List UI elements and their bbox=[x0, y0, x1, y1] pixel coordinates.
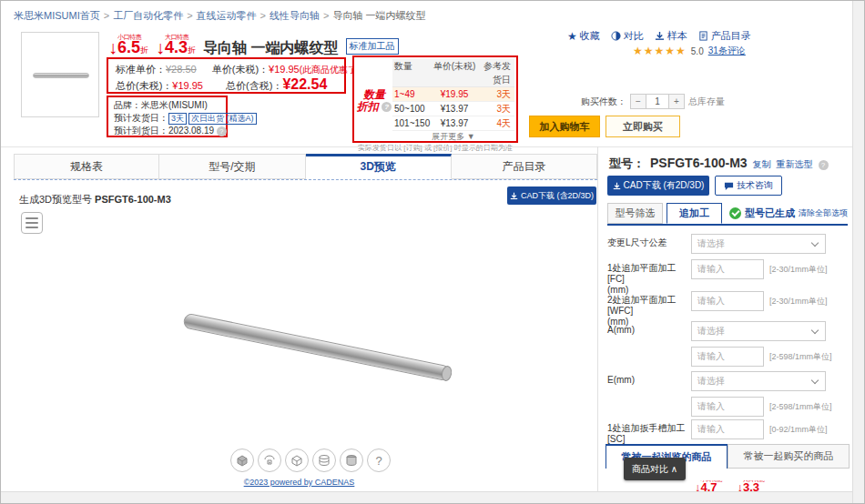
reselect-link[interactable]: 重新选型 bbox=[777, 158, 813, 171]
fc-input[interactable]: 请输入 bbox=[691, 259, 764, 279]
favorite-button[interactable]: ★收藏 bbox=[567, 29, 600, 43]
solid-view-button[interactable] bbox=[340, 449, 363, 472]
check-icon bbox=[729, 207, 741, 219]
a-hint: [2-598/1mm单位] bbox=[769, 347, 832, 367]
breadcrumb-home[interactable]: 米思米MISUMI首页 bbox=[14, 10, 100, 21]
fc-hint: [2-30/1mm单位] bbox=[769, 259, 828, 296]
discount-table-header: 数量 单价(未税) 参考发货日 bbox=[392, 59, 514, 87]
breadcrumb-category-2[interactable]: 直线运动零件 bbox=[197, 10, 257, 21]
copy-model-link[interactable]: 复制 bbox=[753, 158, 771, 171]
add-to-cart-button[interactable]: 加入购物车 bbox=[529, 116, 600, 137]
l-tolerance-select[interactable]: 请选择 bbox=[691, 234, 826, 254]
ship-days-chip[interactable]: 3天 bbox=[168, 113, 187, 125]
clear-all-link[interactable]: 清除全部选项 bbox=[799, 207, 848, 219]
field-l-tolerance: 变更L尺寸公差 请选择 bbox=[607, 234, 850, 254]
viewer-toolbar: ? bbox=[230, 449, 391, 472]
3d-shaft-model[interactable] bbox=[182, 312, 451, 381]
reviews-link[interactable]: 31条评论 bbox=[708, 45, 746, 57]
cadenas-credit-link[interactable]: ©2023 powered by CADENAS bbox=[244, 478, 355, 487]
viewer-menu-button[interactable] bbox=[21, 212, 43, 234]
qty-minus-button[interactable]: − bbox=[631, 95, 646, 108]
star-icon: ★ bbox=[567, 30, 577, 43]
field-e: E(mm) 请选择 bbox=[607, 371, 850, 391]
e-hint: [2-598/1mm单位] bbox=[769, 397, 832, 417]
arrival-date: 2023.08.19 bbox=[168, 126, 214, 136]
chevron-down-icon bbox=[811, 377, 819, 384]
qty-plus-button[interactable]: + bbox=[669, 95, 684, 108]
generated-model-label: 生成3D预览型号PSFGT6-100-M3 bbox=[19, 193, 171, 207]
brand-name: 米思米(MISUMI) bbox=[141, 100, 208, 110]
compare-icon bbox=[611, 31, 621, 41]
tab-model-filter[interactable]: 型号筛选 bbox=[607, 203, 663, 224]
viewer-help-button[interactable]: ? bbox=[367, 449, 391, 472]
e-select[interactable]: 请选择 bbox=[691, 371, 826, 391]
price-panel: 标准单价：¥28.50 单价(未税)：¥19.95(此商品优惠了：¥8.55) … bbox=[107, 57, 346, 94]
tab-product-catalog[interactable]: 产品目录 bbox=[452, 154, 597, 179]
field-e-value: 请输入 [2-598/1mm单位] bbox=[607, 397, 850, 417]
product-actions: ★收藏 对比 样本 产品目录 bbox=[567, 29, 751, 43]
content-tabbar: 规格表 型号/交期 3D预览 产品目录 bbox=[14, 154, 597, 180]
page-title: 导向轴 一端内螺纹型 bbox=[203, 40, 338, 56]
expand-more-link[interactable]: 展开更多 ▼ bbox=[392, 131, 514, 143]
e-value-input[interactable]: 请输入 bbox=[691, 397, 764, 417]
status-badge: 型号已生成 bbox=[745, 207, 795, 220]
field-fc: 1处追加平面加工[FC](mm) 请输入 [2-30/1mm单位] bbox=[607, 259, 850, 296]
quantity-discount-panel: 数量折扣 ? 数量 单价(未税) 参考发货日 1~49 ¥19.95 3天 50… bbox=[352, 55, 518, 143]
rating-row: ★★★★★ 5.0 31条评论 bbox=[633, 45, 746, 57]
shaft-end-cap bbox=[440, 365, 453, 382]
section-view-button[interactable] bbox=[312, 449, 336, 472]
standard-price: ¥28.50 bbox=[166, 64, 197, 75]
rating-score: 5.0 bbox=[691, 46, 704, 56]
tab-bought-together[interactable]: 常被一起购买的商品 bbox=[728, 444, 850, 469]
down-arrow-icon: ↓ bbox=[156, 38, 165, 56]
model-number-row: 型号： PSFGT6-100-M3 复制 重新选型 ? bbox=[609, 156, 829, 172]
help-icon[interactable]: ? bbox=[217, 126, 227, 136]
standard-product-tag: 标准加工品 bbox=[346, 38, 399, 55]
quantity-stepper: − 1 + bbox=[630, 94, 685, 109]
purchase-quantity-row: 购买件数： − 1 + 总库存量 bbox=[581, 94, 725, 109]
download-icon bbox=[613, 182, 621, 190]
sc-input[interactable]: 请输入 bbox=[691, 419, 764, 439]
brand-shipping-panel: 品牌：米思米(MISUMI) 预计发货日：3天次日出货 (精选A) 预计到货日：… bbox=[107, 96, 228, 137]
compare-products-button[interactable]: 商品对比 ∧ bbox=[624, 458, 686, 480]
product-title-row: ↓ 小口特惠 6.5折 ↓ 大口特惠 4.3折 导向轴 一端内螺纹型 标准加工品 bbox=[108, 31, 399, 56]
product-thumbnail[interactable] bbox=[21, 32, 99, 117]
breadcrumb: 米思米MISUMI首页>工厂自动化零件>直线运动零件>线性导向轴>导向轴 一端内… bbox=[14, 9, 426, 23]
stock-link[interactable]: 总库存量 bbox=[688, 96, 725, 108]
breadcrumb-current: 导向轴 一端内螺纹型 bbox=[332, 10, 425, 21]
sample-download-button[interactable]: 样本 bbox=[655, 29, 687, 43]
help-icon[interactable]: ? bbox=[382, 102, 392, 112]
qty-value[interactable]: 1 bbox=[646, 95, 669, 108]
scrollbar[interactable] bbox=[852, 1, 864, 503]
tech-consult-button[interactable]: 技术咨询 bbox=[715, 176, 782, 196]
tab-spec-table[interactable]: 规格表 bbox=[14, 154, 159, 179]
animation-button[interactable] bbox=[258, 449, 281, 472]
panel-cad-download-button[interactable]: CAD下载 (有2D/3D) bbox=[607, 176, 709, 196]
a-select[interactable]: 请选择 bbox=[691, 321, 826, 341]
tab-model-delivery[interactable]: 型号/交期 bbox=[159, 154, 305, 179]
catalog-button[interactable]: 产品目录 bbox=[698, 29, 751, 43]
total-price-taxed: ¥22.54 bbox=[282, 76, 327, 92]
chevron-down-icon bbox=[811, 327, 819, 334]
chat-icon bbox=[724, 181, 734, 191]
compare-button[interactable]: 对比 bbox=[611, 29, 644, 43]
breadcrumb-category-1[interactable]: 工厂自动化零件 bbox=[113, 10, 183, 21]
viewer-cad-download-button[interactable]: CAD下载 (含2D/3D) bbox=[507, 186, 596, 205]
help-icon[interactable]: ? bbox=[819, 160, 829, 170]
a-value-input[interactable]: 请输入 bbox=[691, 347, 764, 367]
tab-additional-work[interactable]: 追加工 bbox=[667, 203, 722, 224]
buy-now-button[interactable]: 立即购买 bbox=[606, 116, 680, 137]
wfc-input[interactable]: 请输入 bbox=[691, 291, 764, 311]
isometric-view-button[interactable] bbox=[285, 449, 309, 472]
model-number: PSFGT6-100-M3 bbox=[650, 156, 748, 170]
download-icon bbox=[510, 192, 518, 200]
shaded-view-button[interactable] bbox=[230, 449, 254, 472]
discount-badge-1: ↓ 小口特惠 6.5折 bbox=[108, 34, 148, 56]
next-day-ship-chip[interactable]: 次日出货 (精选A) bbox=[188, 113, 257, 125]
tab-3d-preview[interactable]: 3D预览 bbox=[306, 154, 452, 179]
breadcrumb-category-3[interactable]: 线性导向轴 bbox=[270, 10, 320, 21]
panel-tabbar: 型号筛选 追加工 型号已生成 清除全部选项 bbox=[607, 203, 848, 226]
shaft-thumbnail-graphic bbox=[33, 73, 89, 78]
table-row: 50~100 ¥13.97 3天 bbox=[392, 102, 514, 116]
discount-table: 数量 单价(未税) 参考发货日 1~49 ¥19.95 3天 50~100 ¥1… bbox=[392, 59, 514, 143]
